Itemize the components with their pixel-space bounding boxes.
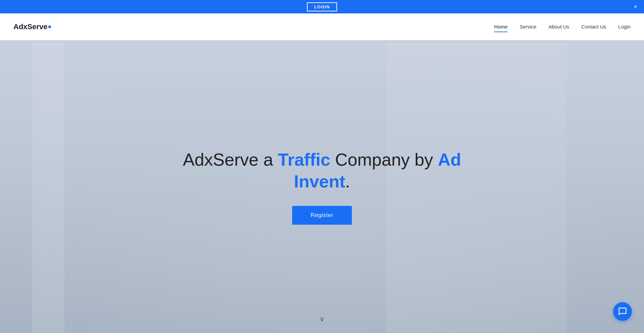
brand-dot	[48, 25, 51, 28]
nav-link-home[interactable]: Home	[494, 24, 507, 31]
nav-item-service: Service	[520, 24, 536, 30]
nav-link-about[interactable]: About Us	[548, 24, 569, 31]
brand-text: AdxServe	[13, 22, 48, 31]
navbar: AdxServe Home Service About Us Contact U…	[0, 13, 644, 40]
chat-bubble-button[interactable]	[613, 302, 632, 321]
hero-title-part2: Company by	[330, 150, 438, 169]
hero-section: AdxServe a Traffic Company by Ad Invent.…	[0, 40, 644, 333]
hero-content: AdxServe a Traffic Company by Ad Invent.…	[171, 149, 473, 225]
scroll-indicator[interactable]: ∨	[320, 315, 325, 323]
nav-item-login: Login	[618, 24, 631, 30]
topbar-close-button[interactable]: ×	[634, 4, 637, 10]
hero-title-end: .	[345, 172, 350, 191]
hero-title: AdxServe a Traffic Company by Ad Invent.	[178, 149, 466, 192]
nav-item-home: Home	[494, 24, 507, 30]
brand-logo[interactable]: AdxServe	[13, 22, 51, 31]
top-bar: LOGIN ×	[0, 0, 644, 13]
topbar-login-button[interactable]: LOGIN	[307, 2, 337, 11]
nav-item-contact: Contact Us	[581, 24, 606, 30]
hero-title-part1: AdxServe a	[183, 150, 278, 169]
chat-icon	[618, 307, 627, 316]
nav-menu: Home Service About Us Contact Us Login	[494, 24, 631, 30]
nav-link-login[interactable]: Login	[618, 24, 631, 31]
hero-title-highlight1: Traffic	[278, 150, 330, 169]
nav-link-contact[interactable]: Contact Us	[581, 24, 606, 31]
nav-link-service[interactable]: Service	[520, 24, 536, 31]
nav-item-about: About Us	[548, 24, 569, 30]
register-button[interactable]: Register	[292, 206, 352, 225]
